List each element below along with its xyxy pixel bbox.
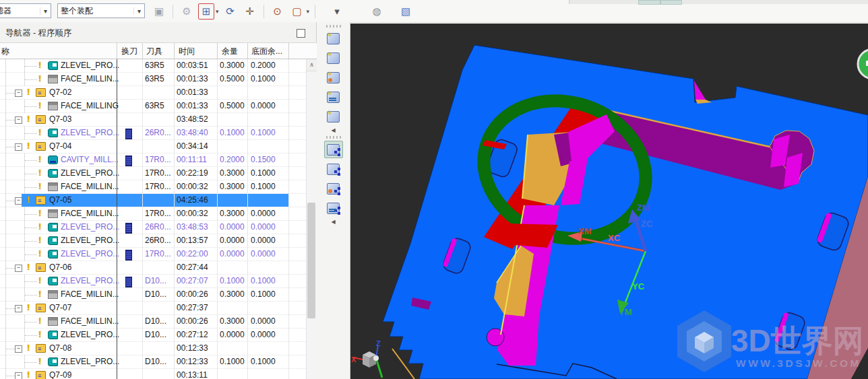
- geometry-view-icon[interactable]: [324, 180, 343, 197]
- operation-row[interactable]: !ZLEVEL_PRO...D10...00:27:070.10000.1000: [0, 275, 307, 288]
- dock-button[interactable]: [638, 0, 660, 5]
- collapse-toolbar-arrow[interactable]: ◀: [317, 127, 350, 133]
- machining-method-view-icon[interactable]: [324, 199, 343, 217]
- operation-row[interactable]: !ZLEVEL_PRO...26R0...03:48:400.10000.100…: [0, 127, 307, 140]
- create-geometry-icon[interactable]: ✶: [324, 69, 343, 86]
- operation-row[interactable]: !CAVITY_MILL...17R0...00:11:110.20000.15…: [0, 153, 307, 167]
- operation-label: ZLEVEL_PRO...: [61, 168, 119, 178]
- top-toolbar: 滤器 ▾ 整个装配 ▾ ▣⚙⊞▾⟳✛⊙▢▾▾◍▧: [0, 0, 868, 23]
- tool-cell: 63R5: [145, 61, 164, 70]
- selection-box-icon[interactable]: ▢: [289, 3, 305, 20]
- operation-row[interactable]: !FACE_MILLIN...D10...00:00:260.30000.100…: [0, 288, 307, 302]
- create-tool-icon[interactable]: ✶: [324, 49, 343, 67]
- program-group-row[interactable]: −!≡Q7-0400:34:14: [0, 140, 307, 153]
- program-group-row[interactable]: −!≡Q7-0303:48:52: [0, 113, 307, 127]
- operation-row[interactable]: !FACE_MILLIN...17R0...00:00:320.30000.00…: [0, 207, 307, 221]
- operation-row[interactable]: !FACE_MILLIN...D10...00:00:260.30000.000…: [0, 315, 307, 329]
- program-group-row[interactable]: −!≡Q7-0600:27:44: [0, 261, 307, 275]
- floor-stock-cell: 0.0000: [251, 222, 276, 232]
- assembly-scope-combo[interactable]: 整个装配 ▾: [57, 3, 145, 18]
- scroll-up-button[interactable]: ∧: [307, 59, 317, 71]
- column-header-time[interactable]: 时间: [179, 46, 195, 57]
- create-program-icon[interactable]: ✶: [324, 30, 343, 47]
- operation-row[interactable]: !ZLEVEL_PRO...17R0...00:22:190.30000.100…: [0, 167, 307, 180]
- dock-button[interactable]: [660, 0, 682, 5]
- operation-row[interactable]: !ZLEVEL_PRO...D10...00:27:120.00000.0000: [0, 329, 307, 342]
- operation-row[interactable]: !FACE_MILLING63R500:01:330.50000.0000: [0, 100, 307, 113]
- filter-wrench-icon[interactable]: ⚙: [179, 3, 195, 20]
- collapse-toggle[interactable]: −: [15, 90, 22, 97]
- operation-row[interactable]: !FACE_MILLIN...63R500:01:330.50000.1000: [0, 73, 307, 86]
- chevron-down-icon[interactable]: ▾: [133, 7, 144, 15]
- graphics-viewport[interactable]: ZM ZC XM XC YC YM X Z: [350, 24, 868, 379]
- needs-regenerate-icon: !: [27, 141, 30, 151]
- operation-row[interactable]: !ZLEVEL_PRO...26R0...00:13:570.00000.000…: [0, 234, 307, 248]
- program-order-view-icon[interactable]: [324, 141, 343, 158]
- axis-label-ym: YM: [619, 307, 632, 317]
- program-group-row[interactable]: −!≡Q7-0800:12:33: [0, 342, 307, 355]
- operation-row[interactable]: !FACE_MILLIN...17R0...00:00:320.30000.10…: [0, 180, 307, 194]
- chevron-down-icon[interactable]: ▾: [40, 7, 51, 15]
- toolbar-drag-handle[interactable]: [326, 136, 341, 139]
- program-group-row[interactable]: −!≡Q7-0200:01:33: [0, 86, 307, 100]
- column-header-name[interactable]: 称: [1, 46, 9, 57]
- vertical-scrollbar[interactable]: ∧: [306, 59, 317, 379]
- collapse-toggle[interactable]: −: [15, 305, 22, 312]
- filter-combo[interactable]: 滤器 ▾: [0, 3, 51, 18]
- needs-regenerate-icon: !: [38, 316, 41, 326]
- column-header-floor-stock[interactable]: 底面余...: [251, 46, 282, 57]
- needs-regenerate-icon: !: [27, 302, 30, 312]
- tool-cell: D10...: [145, 289, 166, 299]
- collapse-toggle[interactable]: −: [15, 197, 22, 205]
- operation-row[interactable]: !ZLEVEL_PRO...17R0...00:22:000.00000.000…: [0, 248, 307, 261]
- face-operation-icon: [48, 290, 58, 299]
- needs-regenerate-icon: !: [27, 195, 30, 205]
- collapse-toggle[interactable]: −: [15, 116, 22, 124]
- shaded-object-icon[interactable]: ◍: [369, 3, 385, 20]
- needs-regenerate-icon: !: [38, 329, 41, 339]
- stock-cell: 0.0000: [220, 236, 245, 245]
- axis-label-zc: ZC: [641, 219, 653, 229]
- collapse-toggle[interactable]: −: [15, 143, 22, 151]
- program-group-icon: ≡: [36, 88, 46, 97]
- assembly-sequence-icon[interactable]: ✛: [242, 3, 258, 20]
- column-divider: [174, 59, 175, 379]
- stock-cell: 0.1000: [220, 357, 245, 366]
- program-group-row[interactable]: −!≡Q7-0700:27:37: [0, 302, 307, 315]
- operation-label: ZLEVEL_PRO...: [61, 236, 119, 245]
- program-group-icon: ≡: [36, 142, 46, 151]
- create-method-icon[interactable]: ✶: [324, 88, 343, 106]
- collapse-toggle[interactable]: −: [15, 372, 22, 379]
- assembly-constraints-icon[interactable]: ▣: [151, 3, 167, 20]
- column-header-toolchange[interactable]: 换刀: [121, 46, 137, 57]
- column-header-stock[interactable]: 余量: [222, 46, 238, 57]
- program-group-row[interactable]: −!≡Q7-0900:13:11: [0, 369, 307, 379]
- menu-arrow-icon[interactable]: ▾: [329, 3, 345, 20]
- operation-label: FACE_MILLING: [61, 101, 119, 110]
- column-header-tool[interactable]: 刀具: [146, 46, 162, 57]
- point-dialog-icon[interactable]: ⊙: [270, 3, 286, 20]
- rotate-component-icon[interactable]: ⟳: [222, 3, 239, 20]
- create-operation-icon[interactable]: ✶: [324, 108, 343, 125]
- operation-label: FACE_MILLIN...: [61, 289, 119, 299]
- chevron-down-icon[interactable]: ▾: [216, 8, 219, 15]
- scrollbar-thumb[interactable]: [307, 203, 315, 318]
- machine-tool-view-icon[interactable]: [324, 160, 343, 178]
- operation-row[interactable]: !ZLEVEL_PRO...26R0...03:48:530.00000.000…: [0, 221, 307, 234]
- collapse-toggle[interactable]: −: [15, 345, 22, 353]
- time-cell: 00:00:26: [177, 316, 208, 326]
- stock-cell: 0.0000: [220, 330, 245, 339]
- chevron-down-icon[interactable]: ▾: [307, 8, 310, 15]
- collapse-toggle[interactable]: −: [15, 265, 22, 272]
- operation-row[interactable]: !ZLEVEL_PRO...63R500:03:510.30000.2000: [0, 59, 307, 73]
- toolbar-drag-handle[interactable]: [326, 25, 341, 28]
- column-divider: [288, 59, 289, 379]
- wireframe-box-icon[interactable]: ▧: [398, 3, 414, 20]
- collapse-toolbar-arrow[interactable]: ◀: [317, 219, 350, 225]
- zlevel-operation-icon: [48, 61, 58, 70]
- move-component-icon[interactable]: ⊞: [198, 3, 214, 20]
- float-panel-button[interactable]: [297, 29, 305, 38]
- floor-stock-cell: 0.2000: [251, 61, 276, 70]
- program-group-row[interactable]: −!≡Q7-0504:25:46: [0, 194, 307, 207]
- operation-row[interactable]: !ZLEVEL_PRO...D10...00:12:330.10000.1000: [0, 355, 307, 369]
